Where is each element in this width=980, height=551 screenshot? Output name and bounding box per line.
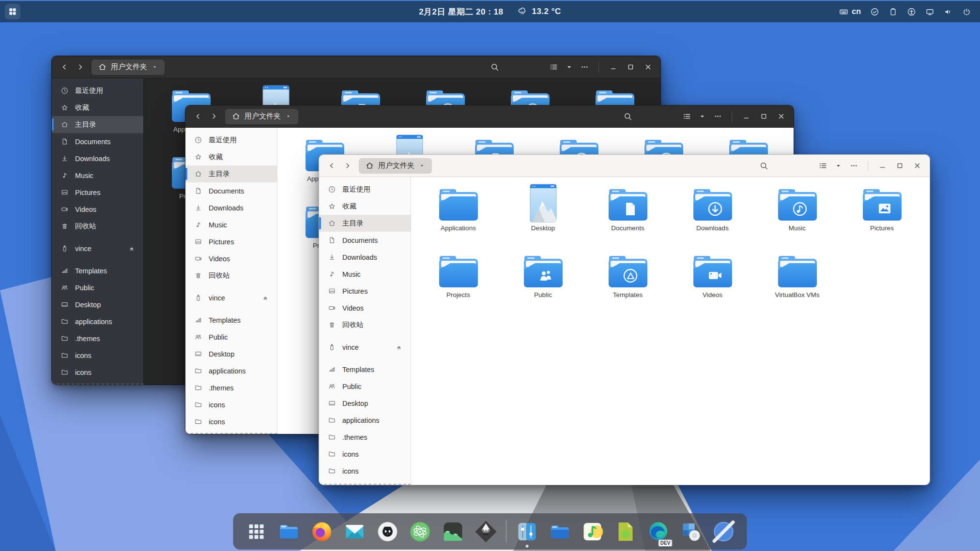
sidebar-item[interactable]: vince (319, 339, 411, 356)
folder-item[interactable]: Projects (420, 251, 497, 317)
sidebar-item[interactable]: 主目录 (52, 116, 143, 133)
folder-item[interactable]: Applications (420, 184, 497, 251)
minimize-button[interactable] (738, 109, 754, 124)
sidebar-item[interactable]: 回收站 (52, 218, 143, 235)
sidebar-item[interactable]: 收藏 (319, 198, 411, 215)
view-options-button[interactable] (696, 109, 708, 124)
forward-button[interactable] (72, 60, 88, 75)
minimize-button[interactable] (874, 158, 890, 174)
maximize-button[interactable] (623, 60, 638, 75)
folder-item[interactable]: Videos (674, 251, 751, 317)
dock-item-media-writer[interactable] (678, 513, 704, 550)
sidebar-item[interactable]: icons (319, 462, 411, 479)
clock-weather-group[interactable]: 2月2日 星期二 20 : 18 13.2 °C (419, 6, 561, 17)
dock-item-atom[interactable] (408, 513, 433, 550)
power-icon[interactable] (962, 7, 971, 16)
window-header[interactable]: 用户文件夹 (185, 105, 794, 128)
view-options-button[interactable] (563, 60, 575, 75)
accessibility-icon[interactable] (907, 7, 916, 16)
window-header[interactable]: 用户文件夹 (319, 155, 930, 177)
close-button[interactable] (640, 60, 656, 75)
dock-item-music-player[interactable] (580, 513, 605, 550)
sidebar-item[interactable]: Public (185, 328, 277, 345)
sidebar-item[interactable]: Pictures (185, 233, 277, 250)
sidebar-item[interactable]: Downloads (52, 150, 143, 167)
sidebar-item[interactable]: Downloads (185, 199, 277, 216)
folder-item[interactable]: Music (759, 184, 836, 251)
eject-icon[interactable] (395, 343, 403, 351)
menu-button[interactable] (846, 158, 861, 174)
sidebar-item[interactable]: 主目录 (185, 165, 277, 182)
path-bar[interactable]: 用户文件夹 (92, 60, 165, 75)
menu-button[interactable] (577, 60, 592, 75)
dock-item-tweaks[interactable] (515, 513, 540, 550)
dock-item-green-creature-app[interactable] (440, 513, 465, 550)
path-bar[interactable]: 用户文件夹 (225, 109, 298, 124)
sidebar-item[interactable]: Pictures (319, 283, 411, 299)
folder-item[interactable]: Downloads (674, 184, 751, 251)
sidebar-item[interactable]: 最近使用 (319, 181, 411, 198)
sidebar-item[interactable]: Videos (319, 299, 411, 316)
folder-item[interactable]: Documents (589, 184, 667, 251)
sidebar-item[interactable]: Pictures (52, 184, 143, 201)
folder-item[interactable]: VirtualBox VMs (759, 251, 836, 317)
sidebar-item[interactable]: applications (52, 313, 143, 330)
search-button[interactable] (487, 60, 502, 75)
sidebar-item[interactable]: icons (52, 347, 143, 364)
sidebar-item[interactable]: Videos (185, 250, 277, 267)
sidebar-item[interactable]: Documents (185, 182, 277, 199)
sidebar-item[interactable]: 回收站 (185, 267, 277, 284)
sidebar-item[interactable]: icons (185, 413, 277, 430)
sidebar-item[interactable]: icons (319, 446, 411, 462)
maximize-button[interactable] (892, 158, 907, 174)
keyboard-layout-label[interactable]: cn (852, 7, 861, 16)
sidebar-item[interactable]: vince (52, 240, 143, 257)
view-list-button[interactable] (546, 60, 561, 75)
update-check-icon[interactable] (870, 7, 879, 16)
view-list-button[interactable] (679, 109, 694, 124)
sidebar-item[interactable]: 收藏 (52, 99, 143, 116)
maximize-button[interactable] (756, 109, 771, 124)
folder-item[interactable]: Templates (589, 251, 667, 317)
sidebar-item[interactable]: .themes (319, 429, 411, 446)
close-button[interactable] (909, 158, 925, 174)
dock-item-file-manager[interactable] (547, 513, 572, 550)
close-button[interactable] (773, 109, 789, 124)
back-button[interactable] (324, 158, 339, 174)
weather-applet[interactable]: 13.2 °C (518, 7, 561, 16)
sidebar-item[interactable]: applications (185, 362, 277, 379)
file-manager-window-front[interactable]: 用户文件夹 (319, 154, 930, 485)
dock-item-files[interactable] (276, 513, 302, 550)
folder-item[interactable]: Pictures (843, 184, 921, 251)
eject-icon[interactable] (261, 294, 269, 302)
search-button[interactable] (756, 158, 771, 174)
sidebar-item[interactable]: Public (52, 279, 143, 296)
sidebar-item[interactable]: .themes (185, 379, 277, 396)
path-bar[interactable]: 用户文件夹 (359, 158, 432, 174)
dock-item-gnome-web[interactable] (711, 513, 736, 550)
sidebar-item[interactable]: Downloads (319, 249, 411, 266)
sidebar-item[interactable]: .themes (52, 330, 143, 347)
sidebar-item[interactable]: Desktop (319, 395, 411, 412)
forward-button[interactable] (206, 109, 221, 124)
sidebar-item[interactable]: 主目录 (319, 215, 411, 232)
minimize-button[interactable] (605, 60, 621, 75)
sidebar-item[interactable]: Music (52, 167, 143, 184)
sidebar-item[interactable]: 回收站 (319, 316, 411, 333)
view-list-button[interactable] (815, 158, 830, 174)
sidebar-item[interactable]: Templates (185, 312, 277, 328)
sidebar-item[interactable]: Videos (52, 201, 143, 218)
sidebar-item[interactable]: Documents (319, 232, 411, 249)
sidebar-item[interactable]: icons (52, 364, 143, 381)
sidebar-item[interactable]: Documents (52, 133, 143, 150)
back-button[interactable] (57, 60, 72, 75)
search-button[interactable] (620, 109, 635, 124)
sidebar-item[interactable]: Templates (319, 361, 411, 378)
app-grid-button[interactable] (5, 4, 20, 19)
sidebar-item[interactable]: Templates (52, 262, 143, 279)
sidebar-item[interactable]: Music (319, 266, 411, 283)
sidebar-item[interactable]: 收藏 (185, 149, 277, 165)
sidebar-item[interactable]: Public (319, 378, 411, 395)
display-icon[interactable] (925, 7, 934, 16)
sidebar-item[interactable]: 最近使用 (52, 82, 143, 99)
